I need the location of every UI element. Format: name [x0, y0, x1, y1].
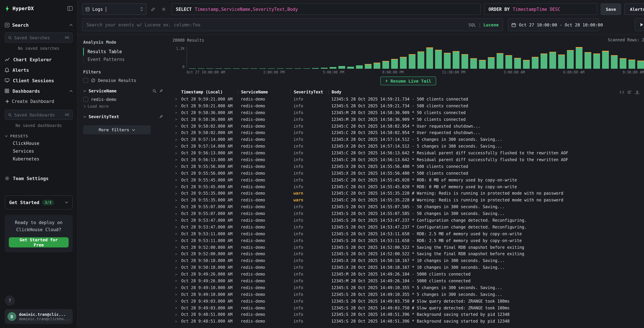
histogram-bar[interactable]	[338, 66, 345, 69]
saved-dashboards-input[interactable]: Saved Dashboards ⌘K	[5, 110, 73, 120]
row-expand-icon[interactable]: >	[172, 306, 181, 310]
row-expand-icon[interactable]: >	[172, 319, 181, 323]
row-expand-icon[interactable]: >	[172, 185, 181, 189]
histogram-bar[interactable]	[365, 64, 372, 69]
table-row[interactable]: >Oct 28 9:53:11.000 AMredis-demoinfo1234…	[172, 231, 644, 237]
table-row[interactable]: >Oct 28 9:53:47.000 AMredis-demoinfo1234…	[172, 224, 644, 231]
row-expand-icon[interactable]: >	[172, 313, 181, 316]
select-clause-input[interactable]: SELECT Timestamp,ServiceName,SeverityTex…	[172, 4, 481, 15]
presets-toggle[interactable]: PRESETS	[5, 133, 73, 139]
table-row[interactable]: >Oct 28 9:53:47.000 AMredis-demoinfo1234…	[172, 217, 644, 224]
pin-icon[interactable]	[159, 115, 163, 119]
histogram-bar[interactable]	[356, 66, 363, 69]
table-row[interactable]: >Oct 28 9:59:21.000 AMredis-demoinfo1234…	[172, 96, 644, 103]
row-expand-icon[interactable]: >	[172, 219, 181, 222]
sidebar-item-dashboards[interactable]: Dashboards	[5, 86, 73, 96]
facet-servicename-header[interactable]: ServiceName	[83, 88, 163, 93]
histogram-bar[interactable]	[277, 68, 284, 69]
row-expand-icon[interactable]: >	[172, 158, 181, 162]
row-expand-icon[interactable]: >	[172, 178, 181, 182]
save-button[interactable]: Save	[601, 4, 621, 15]
histogram-bar[interactable]	[506, 55, 512, 69]
table-row[interactable]: >Oct 28 9:55:45.000 AMredis-demoinfo1234…	[172, 177, 644, 183]
table-row[interactable]: >Oct 28 9:49:03.000 AMredis-demoinfo1234…	[172, 304, 644, 311]
histogram-bar[interactable]	[549, 52, 556, 69]
search-icon[interactable]	[152, 89, 156, 93]
pin-icon[interactable]	[159, 89, 163, 93]
denoise-checkbox-row[interactable]: Denoise Results	[83, 78, 163, 83]
row-expand-icon[interactable]: >	[172, 165, 181, 169]
table-row[interactable]: >Oct 28 9:55:35.000 AMredis-demowarn1234…	[172, 197, 644, 204]
row-expand-icon[interactable]: >	[172, 171, 181, 175]
histogram-bar[interactable]	[286, 68, 292, 69]
column-header-servicename[interactable]: ServiceName	[238, 90, 294, 94]
event-search-input[interactable]: Search your events w/ Lucene ex. column:…	[82, 18, 503, 31]
language-sql-option[interactable]: SQL	[468, 22, 476, 27]
histogram-bar[interactable]	[382, 61, 389, 69]
histogram-bar[interactable]	[294, 68, 301, 69]
histogram-bar[interactable]	[321, 68, 328, 69]
preset-item-clickhouse[interactable]: ClickHouse	[5, 139, 73, 147]
row-expand-icon[interactable]: >	[172, 117, 181, 121]
get-started-toggle[interactable]: Get Started 3/3	[5, 195, 73, 210]
histogram-bar[interactable]	[409, 54, 416, 69]
user-menu[interactable]: D dominic.tran@clic... dominic.tran@clic…	[5, 309, 73, 324]
histogram-bar[interactable]	[453, 51, 460, 69]
histogram-bar[interactable]	[462, 54, 468, 69]
table-row[interactable]: >Oct 28 9:50:18.000 AMredis-demoinfo1234…	[172, 257, 644, 264]
histogram-bar[interactable]	[558, 55, 565, 69]
row-expand-icon[interactable]: >	[172, 232, 181, 236]
histogram-bar[interactable]	[198, 68, 204, 69]
histogram-bar[interactable]	[628, 59, 635, 69]
histogram-bar[interactable]	[532, 57, 538, 69]
table-row[interactable]: >Oct 28 9:48:51.000 AMredis-demoinfo1234…	[172, 311, 644, 318]
table-row[interactable]: >Oct 28 9:58:02.000 AMredis-demoinfo1234…	[172, 123, 644, 129]
histogram-bar[interactable]	[637, 61, 644, 69]
histogram-bar[interactable]	[479, 60, 486, 69]
alerts-button[interactable]: Alerts	[624, 4, 644, 15]
histogram-bar[interactable]	[224, 68, 231, 69]
table-row[interactable]: >Oct 28 9:52:00.000 AMredis-demoinfo1234…	[172, 251, 644, 257]
table-row[interactable]: >Oct 28 9:52:00.000 AMredis-demoinfo1234…	[172, 244, 644, 251]
table-row[interactable]: >Oct 28 9:58:36.000 AMredis-demoinfo1234…	[172, 109, 644, 116]
mode-event-patterns[interactable]: Event Patterns	[83, 56, 163, 63]
search-section-header[interactable]: Search	[5, 21, 73, 29]
row-expand-icon[interactable]: >	[172, 131, 181, 135]
row-expand-icon[interactable]: >	[172, 245, 181, 249]
row-expand-icon[interactable]: >	[172, 252, 181, 256]
row-expand-icon[interactable]: >	[172, 205, 181, 209]
table-row[interactable]: >Oct 28 9:56:13.000 AMredis-demoinfo1234…	[172, 150, 644, 156]
table-row[interactable]: >Oct 28 9:53:11.000 AMredis-demoinfo1234…	[172, 237, 644, 244]
histogram-bar[interactable]	[215, 68, 222, 69]
row-expand-icon[interactable]: >	[172, 111, 181, 114]
histogram-bar[interactable]	[250, 68, 257, 69]
histogram-bar[interactable]	[303, 68, 310, 69]
histogram-bar[interactable]	[206, 68, 213, 69]
column-settings-icon[interactable]	[628, 90, 632, 94]
row-expand-icon[interactable]: >	[172, 144, 181, 148]
table-row[interactable]: >Oct 28 9:49:03.000 AMredis-demoinfo1234…	[172, 298, 644, 304]
orderby-clause-input[interactable]: ORDER BY TimestampTime DESC	[484, 4, 597, 15]
histogram-bar[interactable]	[593, 54, 600, 69]
denoise-checkbox[interactable]	[83, 78, 88, 83]
histogram-bar[interactable]	[233, 68, 240, 69]
histogram-bar[interactable]	[602, 51, 609, 69]
row-expand-icon[interactable]: >	[172, 293, 181, 296]
row-expand-icon[interactable]: >	[172, 192, 181, 195]
row-expand-icon[interactable]: >	[172, 272, 181, 276]
histogram-bar[interactable]	[426, 47, 433, 69]
row-expand-icon[interactable]: >	[172, 286, 181, 290]
sidebar-toggle-icon[interactable]	[67, 6, 73, 11]
row-expand-icon[interactable]: >	[172, 151, 181, 155]
run-query-button[interactable]	[634, 18, 644, 31]
sidebar-item-team-settings[interactable]: Team Settings	[5, 173, 73, 184]
table-row[interactable]: >Oct 28 9:55:35.000 AMredis-demowarn1234…	[172, 190, 644, 197]
saved-searches-input[interactable]: Saved Searches ⌘K	[5, 33, 73, 43]
histogram-bar[interactable]	[374, 62, 380, 69]
table-row[interactable]: >Oct 28 9:56:13.000 AMredis-demoinfo1234…	[172, 156, 644, 163]
row-expand-icon[interactable]: >	[172, 138, 181, 141]
histogram-bar[interactable]	[435, 50, 442, 69]
row-expand-icon[interactable]: >	[172, 239, 181, 242]
date-range-picker[interactable]: Oct 27 10:00:00 - Oct 28 10:00:00	[508, 18, 599, 31]
sidebar-item-alerts[interactable]: Alerts	[5, 65, 73, 75]
